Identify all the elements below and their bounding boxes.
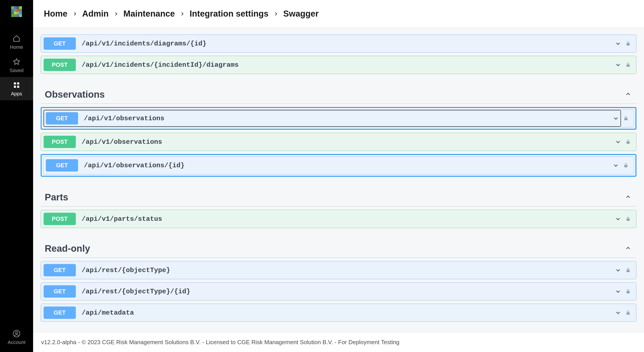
chevron-down-icon bbox=[615, 62, 622, 68]
method-badge: GET bbox=[44, 285, 76, 298]
sidebar: Home Saved Apps Account bbox=[0, 0, 33, 352]
svg-rect-0 bbox=[14, 82, 16, 84]
svg-rect-8 bbox=[624, 118, 628, 120]
sidebar-item-apps[interactable]: Apps bbox=[0, 77, 33, 100]
chevron-down-icon bbox=[615, 40, 622, 47]
section-header[interactable]: Observations bbox=[41, 83, 636, 104]
breadcrumb: HomeAdminMaintenanceIntegration settings… bbox=[33, 0, 644, 28]
section-title: Parts bbox=[45, 192, 68, 203]
chevron-up-icon bbox=[625, 245, 632, 252]
chevron-down-icon bbox=[612, 115, 619, 122]
chevron-right-icon bbox=[274, 12, 278, 16]
chevron-down-icon bbox=[615, 267, 622, 274]
svg-rect-14 bbox=[626, 312, 630, 315]
endpoint-row[interactable]: GET/api/metadata bbox=[41, 304, 636, 322]
svg-rect-1 bbox=[17, 82, 19, 84]
chevron-down-icon bbox=[615, 309, 622, 316]
chevron-down-icon bbox=[615, 139, 622, 145]
sidebar-item-account[interactable]: Account bbox=[0, 325, 33, 352]
endpoint-row[interactable]: POST/api/v1/observations bbox=[41, 133, 636, 151]
lock-icon[interactable] bbox=[626, 267, 631, 273]
svg-rect-10 bbox=[624, 165, 628, 167]
lock-icon[interactable] bbox=[623, 162, 629, 168]
endpoint-path: /api/rest/{objectType} bbox=[82, 266, 615, 274]
breadcrumb-item[interactable]: Maintenance bbox=[124, 9, 175, 19]
endpoint-row[interactable]: GET/api/rest/{objectType} bbox=[41, 261, 636, 279]
endpoint-path: /api/v1/observations/{id} bbox=[84, 162, 612, 169]
swagger-content: GET/api/v1/incidents/diagrams/{id}POST/a… bbox=[33, 28, 644, 332]
chevron-right-icon bbox=[180, 12, 185, 16]
star-icon bbox=[12, 58, 20, 66]
chevron-down-icon bbox=[615, 216, 622, 222]
endpoint-highlight: GET/api/v1/observations/{id} bbox=[41, 154, 636, 177]
chevron-down-icon bbox=[615, 288, 622, 295]
endpoint-path: /api/v1/incidents/diagrams/{id} bbox=[82, 40, 615, 48]
sidebar-item-label: Apps bbox=[11, 91, 22, 97]
endpoint-path: /api/v1/observations bbox=[82, 138, 615, 146]
section-title: Observations bbox=[45, 89, 105, 100]
sidebar-item-label: Account bbox=[8, 339, 26, 345]
svg-rect-7 bbox=[626, 65, 630, 67]
breadcrumb-item[interactable]: Swagger bbox=[283, 9, 319, 19]
lock-icon[interactable] bbox=[623, 116, 629, 121]
svg-point-5 bbox=[16, 332, 18, 334]
endpoint-row[interactable]: POST/api/v1/incidents/{incidentId}/diagr… bbox=[41, 56, 636, 74]
sidebar-item-home[interactable]: Home bbox=[0, 31, 33, 54]
section-header[interactable]: Parts bbox=[41, 186, 636, 207]
account-icon bbox=[12, 330, 20, 338]
endpoint-row[interactable]: POST/api/v1/parts/status bbox=[41, 210, 636, 228]
svg-rect-2 bbox=[14, 86, 16, 88]
svg-rect-11 bbox=[626, 219, 630, 221]
sidebar-item-label: Home bbox=[10, 44, 23, 50]
lock-icon[interactable] bbox=[626, 41, 631, 47]
sidebar-item-saved[interactable]: Saved bbox=[0, 54, 33, 77]
sidebar-item-label: Saved bbox=[10, 68, 24, 73]
method-badge: GET bbox=[46, 112, 78, 124]
lock-icon[interactable] bbox=[626, 62, 631, 68]
method-badge: GET bbox=[46, 159, 78, 171]
lock-icon[interactable] bbox=[626, 139, 631, 145]
method-badge: GET bbox=[44, 264, 76, 276]
main-area: HomeAdminMaintenanceIntegration settings… bbox=[33, 0, 644, 352]
endpoint-row[interactable]: GET/api/rest/{objectType}/{id} bbox=[41, 282, 636, 300]
breadcrumb-item[interactable]: Admin bbox=[82, 9, 109, 19]
method-badge: POST bbox=[44, 59, 76, 71]
endpoint-path: /api/v1/observations bbox=[84, 115, 612, 122]
svg-rect-3 bbox=[17, 86, 19, 88]
app-logo[interactable] bbox=[11, 6, 22, 17]
chevron-down-icon bbox=[612, 162, 619, 169]
endpoint-row[interactable]: GET/api/v1/observations bbox=[43, 109, 634, 127]
svg-rect-12 bbox=[626, 270, 630, 272]
home-icon bbox=[12, 35, 20, 43]
endpoint-path: /api/v1/parts/status bbox=[82, 215, 615, 223]
endpoint-path: /api/rest/{objectType}/{id} bbox=[82, 288, 615, 295]
lock-icon[interactable] bbox=[626, 310, 631, 316]
breadcrumb-item[interactable]: Integration settings bbox=[190, 9, 268, 19]
method-badge: GET bbox=[44, 37, 76, 50]
svg-rect-13 bbox=[626, 291, 630, 293]
breadcrumb-item[interactable]: Home bbox=[44, 9, 68, 19]
chevron-up-icon bbox=[625, 91, 632, 98]
endpoint-path: /api/metadata bbox=[82, 309, 615, 317]
section-header[interactable]: Read-only bbox=[41, 237, 636, 258]
method-badge: GET bbox=[44, 306, 76, 319]
apps-icon bbox=[12, 81, 20, 89]
footer-text: v12.2.0-alpha - © 2023 CGE Risk Manageme… bbox=[33, 332, 644, 352]
section-title: Read-only bbox=[45, 243, 90, 254]
endpoint-row[interactable]: GET/api/v1/observations/{id} bbox=[43, 156, 634, 174]
endpoint-row[interactable]: GET/api/v1/incidents/diagrams/{id} bbox=[41, 35, 636, 53]
method-badge: POST bbox=[44, 136, 76, 148]
svg-rect-9 bbox=[626, 141, 630, 144]
svg-rect-6 bbox=[626, 43, 630, 46]
endpoint-path: /api/v1/incidents/{incidentId}/diagrams bbox=[82, 61, 615, 69]
chevron-right-icon bbox=[72, 12, 77, 16]
lock-icon[interactable] bbox=[626, 289, 631, 294]
lock-icon[interactable] bbox=[626, 216, 631, 222]
chevron-right-icon bbox=[114, 12, 118, 16]
method-badge: POST bbox=[44, 213, 76, 225]
chevron-up-icon bbox=[625, 194, 632, 201]
endpoint-highlight: GET/api/v1/observations bbox=[41, 107, 636, 130]
